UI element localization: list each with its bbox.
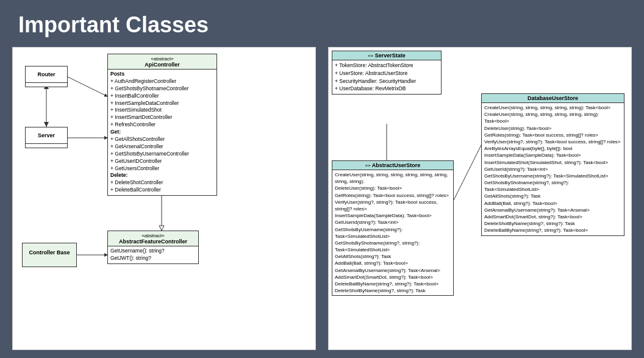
server-state-stereotype: «» (368, 53, 373, 59)
get-item-2: + GetArsenalController (110, 143, 214, 151)
aus-m12: AddSmartDot(SmartDot, string?): Task<boo… (335, 274, 451, 281)
abstract-user-store-header: «» AbstractUserStore (332, 161, 453, 170)
svg-line-0 (68, 77, 107, 96)
api-controller-body: Posts + AuthAndRegisterController + GetS… (108, 70, 216, 195)
dus-m3: DeleteUser(string): Task<bool> (484, 125, 621, 132)
aus-m7: GetShotsByUsername(string?): Task<Simula… (335, 226, 451, 240)
router-label: Router (26, 66, 67, 83)
right-diagram: «» ServerState + TokenStore: AbstractTok… (328, 47, 632, 350)
ss-field-2: + UserStore: AbstractUserStore (335, 70, 438, 77)
svg-marker-3 (44, 122, 49, 127)
aus-m14: DeleteShotByName(string?, string?): Task (335, 287, 451, 294)
posts-label: Posts (110, 71, 214, 78)
aus-m8: GetShotsByShotname(string?, string?): Ta… (335, 240, 451, 253)
server-box: Server (25, 127, 68, 148)
dus-m6: AreBytesArraysEqual(byte[], byte[]): boo… (484, 145, 621, 152)
dus-m9: GetUserId(string?): Task<int> (484, 166, 621, 173)
database-user-store-body: CreateUser(string, string, string, strin… (482, 103, 624, 235)
abstract-method-1: GetUsername(): string? (110, 248, 196, 255)
controller-base-box: Controller Base (22, 243, 77, 267)
dus-m7: InsertSampleData(SampleData): Task<bool> (484, 152, 621, 159)
abstract-user-store-box: «» AbstractUserStore CreateUser(string, … (332, 160, 454, 296)
get-item-5: + GetUsersController (110, 165, 214, 173)
post-item-6: + InsertSmartDotController (110, 114, 214, 121)
aus-m13: DeleteBallByName(string?, string?): Task… (335, 281, 451, 287)
dus-m8: InsertSimulatedShot(SimulatedShot, strin… (484, 159, 621, 166)
aus-stereotype: «» (365, 163, 371, 168)
delete-label: Delete: (110, 172, 214, 179)
diagrams-container: Router Server Controller Base «abstract»… (0, 47, 644, 350)
dus-m12: GetAllShots(string?): Task (484, 193, 621, 199)
aus-m4: VerifyUser(string?, string?): Task<bool … (335, 199, 451, 212)
aus-m5: InsertSampleData(SampleData): Task<bool> (335, 212, 451, 219)
dus-m10: GetShotsByUsername(string?): Task<Simula… (484, 173, 621, 179)
dus-m2: CreateUser(string, string, string, strin… (484, 111, 621, 124)
dus-m15: AddSmartDot(SmartDot, string?): Task<boo… (484, 213, 621, 220)
api-controller-stereotype: «abstract» (151, 56, 173, 62)
dus-m1: CreateUser(string, string, string, strin… (484, 104, 621, 111)
dus-name: DatabaseUserStore (528, 95, 578, 101)
abstract-feature-header: «abstract» AbstractFeatureController (108, 231, 198, 246)
aus-name: AbstractUserStore (372, 162, 421, 168)
get-item-1: + GetAllShotsController (110, 136, 214, 143)
abstract-method-2: GetJWT(): string? (110, 255, 196, 262)
get-item-4: + GetUserIDController (110, 158, 214, 165)
ss-field-1: + TokenStore: AbstractTokenStore (335, 62, 438, 70)
abstract-feature-body: GetUsername(): string? GetJWT(): string? (108, 246, 198, 263)
aus-m11: GetArsenalByUsername(string?): Task<Arse… (335, 267, 451, 274)
get-item-3: + GetShotsByUsernameController (110, 151, 214, 158)
abstract-user-store-body: CreateUser(string, string, string, strin… (332, 170, 453, 295)
abstract-feature-stereotype: «abstract» (141, 233, 164, 238)
page-title: Important Classes (0, 0, 644, 47)
abstract-feature-name: AbstractFeatureController (119, 238, 187, 245)
delete-item-2: + DeleteBallController (110, 187, 214, 194)
aus-m10: AddBall(Ball, string?): Task<bool> (335, 260, 451, 267)
dus-m11: GetShotsByShotname(string?, string?): Ta… (484, 179, 621, 193)
aus-m3: GetRoles(string): Task<bool success, str… (335, 192, 451, 199)
api-controller-header: «abstract» ApiController (108, 54, 216, 70)
dus-m13: AddBall(Ball, string?): Task<bool> (484, 200, 621, 207)
post-item-7: + RefreshController (110, 121, 214, 129)
ss-field-3: + SecurityHandler: SecurityHandler (335, 77, 438, 85)
post-item-3: + InsertBallController (110, 93, 214, 100)
server-state-box: «» ServerState + TokenStore: AbstractTok… (332, 51, 442, 95)
delete-item-1: + DeleteShotController (110, 179, 214, 187)
post-item-2: + GetShotsByShotnameController (110, 85, 214, 93)
post-item-5: + InsertSimulatedShot (110, 107, 214, 114)
aus-m1: CreateUser(string, string, string, strin… (335, 171, 451, 185)
router-box: Router (25, 66, 68, 87)
abstract-feature-box: «abstract» AbstractFeatureController Get… (107, 231, 199, 264)
svg-marker-6 (159, 226, 164, 231)
aus-m6: GetUserId(string?): Task<int> (335, 219, 451, 226)
dus-m16: DeleteShotByName(string?, string?): Task (484, 220, 621, 227)
post-item-4: + InsertSampleDataController (110, 100, 214, 107)
get-label: Get: (110, 129, 214, 136)
api-controller-name: ApiController (145, 62, 180, 68)
database-user-store-header: DatabaseUserStore (482, 94, 624, 103)
server-state-header: «» ServerState (332, 51, 441, 60)
server-state-body: + TokenStore: AbstractTokenStore + UserS… (332, 60, 441, 94)
server-label: Server (26, 127, 67, 144)
dus-m14: GetArsenalByUsername(string?): Task<Arse… (484, 207, 621, 213)
left-diagram: Router Server Controller Base «abstract»… (12, 47, 316, 350)
controller-base-label: Controller Base (23, 243, 76, 262)
dus-m17: DeleteBallByName(string?, string?): Task… (484, 227, 621, 234)
server-state-name: ServerState (375, 52, 406, 59)
aus-m9: GetAllShots(string?): Task (335, 253, 451, 260)
dus-m5: VerifyUser(string?, string?): Task<bool … (484, 138, 621, 145)
database-user-store-box: DatabaseUserStore CreateUser(string, str… (481, 93, 624, 236)
api-controller-box: «abstract» ApiController Posts + AuthAnd… (107, 54, 217, 196)
post-item-1: + AuthAndRegisterController (110, 78, 214, 85)
dus-m4: GetRoles(string): Task<bool success, str… (484, 132, 621, 138)
ss-field-4: + UserDatabase: RevMetrixDB (335, 85, 438, 93)
aus-m2: DeleteUser(string): Task<bool> (335, 185, 451, 192)
